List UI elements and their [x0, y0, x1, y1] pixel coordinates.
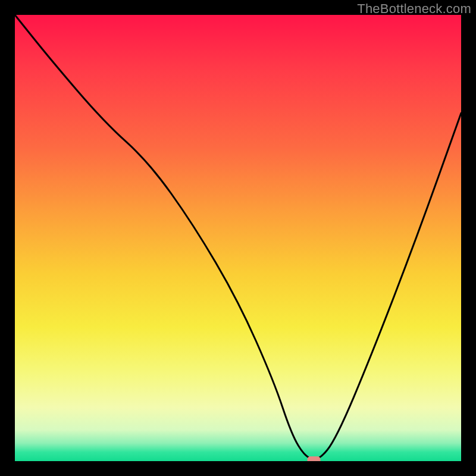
curve-svg: [15, 15, 461, 461]
bottleneck-curve: [15, 15, 461, 459]
watermark-text: TheBottleneck.com: [357, 1, 471, 17]
chart-frame: TheBottleneck.com: [0, 0, 476, 476]
minimum-marker: [308, 456, 321, 461]
plot-area: [15, 15, 461, 461]
